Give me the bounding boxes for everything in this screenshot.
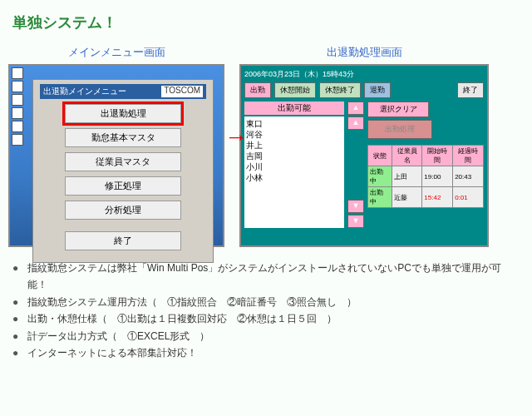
cell-elapsed: 20:43 — [453, 166, 484, 187]
col-start: 開始時間 — [422, 146, 453, 166]
attendance-screenshot: 2006年03月23日（木）15時43分 出勤 休憩開始 休憩終了 退勤 終了 … — [239, 64, 489, 247]
bullet-item: インターネットによる本部集計対応！ — [12, 344, 520, 361]
bullet-item: 指紋勤怠システム運用方法（ ①指紋照合 ②暗証番号 ③照合無し ） — [12, 294, 520, 310]
attendance-process-button[interactable]: 出退勤処理 — [65, 104, 181, 123]
timestamp-label: 2006年03月23日（木）15時43分 — [244, 69, 484, 80]
attendance-master-button[interactable]: 勤怠基本マスタ — [65, 128, 181, 147]
cell-elapsed: 0:01 — [453, 187, 484, 208]
screenshots-row: メインメニュー画面 出退勤メインメニュー TOSCOM 出退勤処理 勤怠基本マス… — [8, 45, 524, 247]
top-button-row: 出勤 休憩開始 休憩終了 退勤 終了 — [244, 82, 484, 98]
list-item[interactable]: 井上 — [246, 140, 342, 151]
attendance-column: 出退勤処理画面 2006年03月23日（木）15時43分 出勤 休憩開始 休憩終… — [239, 45, 489, 247]
available-list-panel: 出勤可能 東口 河谷 井上 吉岡 小川 小林 — [244, 102, 344, 228]
clock-out-button[interactable]: 退勤 — [364, 82, 391, 98]
main-menu-panel: 出退勤メインメニュー TOSCOM 出退勤処理 勤怠基本マスタ 従業員マスタ 修… — [32, 79, 214, 263]
cell-name: 上田 — [392, 166, 422, 187]
employee-list[interactable]: 東口 河谷 井上 吉岡 小川 小林 — [244, 116, 344, 228]
cell-status: 出勤中 — [368, 166, 392, 187]
table-row[interactable]: 出勤中 近藤 15:42 0:01 — [368, 187, 484, 208]
brand-label: TOSCOM — [161, 86, 203, 97]
cell-status: 出勤中 — [368, 187, 392, 208]
desktop-icon — [12, 134, 23, 146]
analysis-button[interactable]: 分析処理 — [65, 201, 181, 220]
nav-down-icon[interactable]: ▼ — [347, 200, 364, 213]
clear-selection-button[interactable]: 選択クリア — [367, 102, 429, 117]
list-item[interactable]: 小川 — [246, 161, 342, 172]
attendance-label: 出退勤処理画面 — [327, 45, 402, 60]
col-name: 従業員名 — [392, 146, 422, 166]
list-item[interactable]: 東口 — [246, 118, 342, 129]
break-start-button[interactable]: 休憩開始 — [274, 82, 316, 98]
main-menu-label: メインメニュー画面 — [68, 45, 165, 60]
desktop-icon — [12, 121, 23, 132]
cell-name: 近藤 — [392, 187, 422, 208]
desktop-icon — [12, 107, 23, 119]
list-item[interactable]: 小林 — [246, 172, 342, 183]
col-status: 状態 — [368, 146, 392, 166]
desktop-icons — [12, 67, 23, 146]
desktop-icon — [12, 81, 23, 92]
main-menu-screenshot: 出退勤メインメニュー TOSCOM 出退勤処理 勤怠基本マスタ 従業員マスタ 修… — [8, 64, 224, 247]
feature-bullets: 指紋勤怠システムは弊社「Win Multi Pos」がシステムがインストールされ… — [12, 260, 520, 361]
list-item[interactable]: 吉岡 — [246, 151, 342, 161]
correction-button[interactable]: 修正処理 — [65, 176, 181, 196]
exit-button[interactable]: 終了 — [457, 82, 484, 98]
nav-down-icon[interactable]: ▼ — [347, 215, 364, 228]
panel-title-text: 出退勤メインメニュー — [43, 86, 126, 97]
list-item[interactable]: 河谷 — [246, 129, 342, 140]
table-row[interactable]: 出勤中 上田 19:00 20:43 — [368, 166, 484, 187]
desktop-icon — [12, 94, 23, 106]
panel-titlebar: 出退勤メインメニュー TOSCOM — [40, 84, 206, 99]
table-header-row: 状態 従業員名 開始時間 経過時間 — [368, 146, 484, 166]
process-attendance-button[interactable]: 出勤処理 — [367, 120, 432, 139]
available-list-label: 出勤可能 — [244, 102, 344, 115]
employee-master-button[interactable]: 従業員マスタ — [65, 152, 181, 171]
main-menu-column: メインメニュー画面 出退勤メインメニュー TOSCOM 出退勤処理 勤怠基本マス… — [8, 45, 224, 247]
nav-up-group: ▲ ▲ — [347, 102, 364, 130]
bullet-item: 指紋勤怠システムは弊社「Win Multi Pos」がシステムがインストールされ… — [12, 260, 520, 294]
bullet-item: 計データ出力方式（ ①EXCEL形式 ） — [12, 328, 520, 344]
cell-start: 15:42 — [422, 187, 453, 208]
attendance-right-panel: 選択クリア 出勤処理 状態 従業員名 開始時間 経過時間 — [367, 102, 484, 228]
cell-start: 19:00 — [422, 166, 453, 187]
nav-up-icon[interactable]: ▲ — [347, 116, 364, 130]
bullet-item: 出勤・休憩仕様（ ①出勤は１日複数回対応 ②休憩は１日５回 ） — [12, 310, 520, 327]
nav-down-group: ▼ ▼ — [347, 200, 364, 228]
attendance-body: 出勤可能 東口 河谷 井上 吉岡 小川 小林 ▲ ▲ — [244, 102, 484, 228]
break-end-button[interactable]: 休憩終了 — [319, 82, 361, 98]
page-title: 単独システム！ — [12, 12, 524, 32]
clock-in-button[interactable]: 出勤 — [244, 82, 271, 98]
arrow-icon: → — [224, 124, 248, 151]
nav-up-icon[interactable]: ▲ — [347, 102, 364, 115]
col-elapsed: 経過時間 — [453, 146, 484, 166]
status-table: 状態 従業員名 開始時間 経過時間 出勤中 上田 19:00 20:43 — [367, 145, 484, 208]
desktop-icon — [12, 67, 23, 79]
exit-button[interactable]: 終了 — [65, 231, 181, 250]
